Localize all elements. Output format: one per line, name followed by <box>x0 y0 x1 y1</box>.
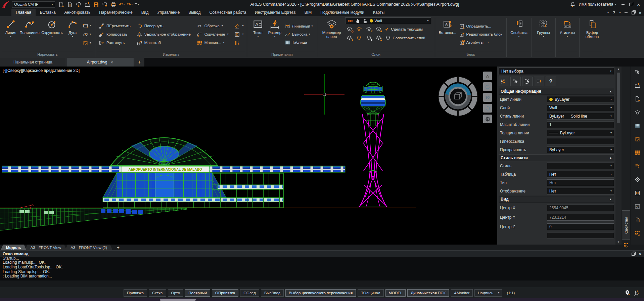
restore-button[interactable] <box>629 3 632 6</box>
notifications-bell-icon[interactable] <box>570 2 576 7</box>
toggle-amonitor[interactable]: AMonitor <box>451 289 473 297</box>
tab-model[interactable]: Модель <box>1 245 27 250</box>
ribbon-tab-annotirovat[interactable]: Аннотировать <box>60 9 95 16</box>
toggle-grid[interactable]: Сетка <box>149 289 166 297</box>
ribbon-tab-glavnaya[interactable]: Главная <box>11 9 36 16</box>
stretch-button[interactable]: Растянуть <box>98 39 132 47</box>
layer-lock-button[interactable] <box>374 26 383 33</box>
section-general-info[interactable]: Общая информация ▲ <box>499 88 614 95</box>
print-button[interactable] <box>109 1 118 8</box>
quick-properties-button[interactable] <box>534 77 544 86</box>
palette-blockgrid-icon[interactable] <box>635 230 640 236</box>
home-view-button[interactable]: ⌂ <box>483 72 492 80</box>
toggle-dynamic-ucs[interactable]: Динамическая ПСК <box>407 289 449 297</box>
toggle-cycling-select[interactable]: Выбор циклического переключения <box>285 289 356 297</box>
palette-folder-icon[interactable] <box>635 83 640 88</box>
ribbon-tab-bim[interactable]: BIM <box>300 9 316 16</box>
ribbon-tab-express[interactable]: Инструменты Express <box>250 9 300 16</box>
user-menu[interactable]: Имя пользователя▾ <box>579 2 616 7</box>
close-tab-icon[interactable]: × <box>111 60 113 65</box>
table-combo[interactable]: Нет▾ <box>547 171 614 178</box>
annotation-scale-combo[interactable]: Надпись▾ <box>474 289 502 297</box>
hatch-tool-button[interactable]: ▾ <box>82 39 92 47</box>
linescale-input[interactable]: 1 <box>547 121 614 128</box>
scroll-down-icon[interactable]: ▼ <box>617 241 620 244</box>
layer-thaw-button[interactable] <box>365 34 373 41</box>
ribbon-tab-vstavka[interactable]: ВСтавка <box>36 9 60 16</box>
chevron-down-icon[interactable]: ▾ <box>619 11 620 14</box>
block-grid-icon[interactable] <box>623 243 629 248</box>
toggle-esnap[interactable]: ОПривязка <box>212 289 238 297</box>
move-button[interactable]: ПЕреместить <box>98 22 132 30</box>
layer-combo[interactable]: Wall ▾ <box>345 17 431 24</box>
doc-close-button[interactable]: × <box>639 11 641 15</box>
leader-button[interactable]: Выноска▾ <box>284 31 313 38</box>
edit-block-button[interactable]: Редактировать блок <box>459 31 503 38</box>
offset-button[interactable]: ▾ <box>233 30 244 39</box>
redo-button[interactable]: ↷▾ <box>126 2 134 7</box>
trim-button[interactable]: ✂Обрезка▾ <box>196 22 230 30</box>
command-history[interactable]: Startup... Loading main.lsp... OK. Loadi… <box>0 257 644 281</box>
rectangle-tool-button[interactable]: ▾ <box>82 22 92 29</box>
layer-freeze-button[interactable]: ◇ <box>345 26 354 33</box>
ribbon-tab-karty[interactable]: Карты <box>369 9 389 16</box>
array-button[interactable]: Массив...▾ <box>196 39 230 47</box>
toggle-etrack[interactable]: ОСлед <box>240 289 259 297</box>
collapse-icon[interactable]: ▲ <box>609 90 612 93</box>
minimize-button[interactable] <box>622 4 625 5</box>
palette-page-icon[interactable] <box>635 96 640 102</box>
palette-gear-icon[interactable] <box>635 177 640 182</box>
undo-button[interactable]: ↶▾ <box>118 2 126 7</box>
clipboard-button[interactable]: Буфер обмена <box>582 17 603 51</box>
ribbon-tab-upravlenie[interactable]: Управление <box>153 9 184 16</box>
rotate-cw-button[interactable] <box>483 104 492 113</box>
doc-minimize-button[interactable] <box>625 12 628 13</box>
customize-qat-button[interactable]: ▾ <box>134 3 140 6</box>
select-entities-button[interactable] <box>499 77 509 86</box>
layer-new-button[interactable]: ✳ <box>365 26 373 33</box>
palette-clipboard-icon[interactable] <box>635 217 640 223</box>
toggle-ortho[interactable]: Орто <box>168 289 184 297</box>
doc-restore-button[interactable] <box>632 11 635 14</box>
layer-on-button[interactable]: ● <box>345 34 354 41</box>
section-view[interactable]: Вид ▲ <box>499 196 614 203</box>
display-combo[interactable]: Нет▾ <box>547 188 614 195</box>
palette-lightning-icon[interactable] <box>635 163 640 169</box>
layer-unlock-button[interactable] <box>374 34 383 41</box>
workspace-selector[interactable]: Общий САПР ▾ <box>12 1 55 8</box>
palette-array-icon[interactable] <box>635 150 640 156</box>
palette-hatch-icon[interactable] <box>635 136 640 142</box>
ucs-axes-icon[interactable] <box>634 290 639 296</box>
tab-a3-front-view-2[interactable]: A3 - FRONT View (2) <box>65 245 112 250</box>
scale-button[interactable]: Масштаб <box>136 39 192 47</box>
hyperlink-input[interactable] <box>547 138 614 145</box>
float-panel-icon[interactable] <box>632 253 635 256</box>
tab-a3-front-view[interactable]: A3 - FRONT View <box>25 245 67 250</box>
circle-tool-button[interactable]: Окружность▾ <box>40 17 64 51</box>
navigation-wheel[interactable] <box>437 75 479 118</box>
make-current-layer-button[interactable]: ✔Сделать текущим <box>384 27 424 32</box>
geolocation-pin-icon[interactable] <box>625 290 630 296</box>
match-layer-button[interactable]: Сопоставить слой <box>384 35 426 41</box>
attributes-button[interactable]: Атрибуты▾ <box>459 39 503 46</box>
dimension-tool-button[interactable]: Размер▾ <box>266 17 283 51</box>
collapse-icon[interactable]: ▲ <box>609 198 612 201</box>
select-filter-button[interactable] <box>510 77 521 86</box>
palette-offset-icon[interactable] <box>635 190 640 196</box>
select-box-button[interactable] <box>522 77 533 86</box>
lineweight-combo[interactable]: ByLayer▾ <box>547 130 614 136</box>
open-file-button[interactable] <box>66 1 74 8</box>
scroll-up-icon[interactable]: ▲ <box>617 68 620 71</box>
selection-combo[interactable]: Нет выбора ▾ <box>499 68 614 75</box>
text-columns-button[interactable] <box>233 39 244 47</box>
toggle-lineweight[interactable]: ТОлщинал <box>358 289 383 297</box>
palette-select-icon[interactable] <box>635 69 640 75</box>
transparency-combo[interactable]: ByLayer▾ <box>547 146 614 153</box>
new-tab-button[interactable]: + <box>134 58 144 67</box>
collapse-ribbon-icon[interactable]: ▾ <box>607 11 609 14</box>
scrollbar-thumb[interactable] <box>617 73 620 123</box>
insert-block-button[interactable]: Вставка... <box>438 17 458 51</box>
ribbon-tab-sovmestnaya[interactable]: Совместная работа <box>205 9 251 16</box>
mirror-button[interactable]: ЗЕркальное отображение <box>136 30 192 39</box>
rotate-button[interactable]: Повернуть <box>136 22 192 30</box>
